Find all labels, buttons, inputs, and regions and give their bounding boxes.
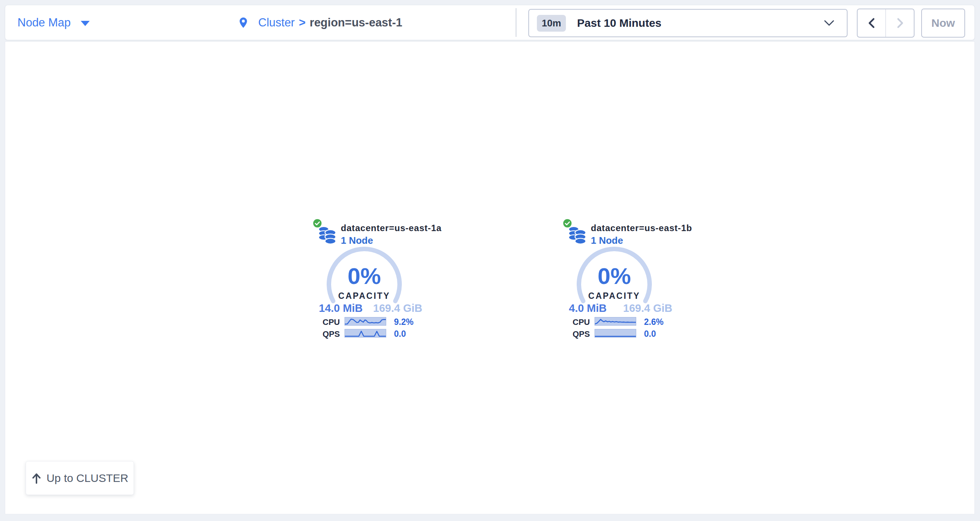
arrow-up-icon [31, 472, 42, 484]
metric-label: CPU [323, 317, 340, 327]
node-map-page: Node Map Cluster > region=us-east-1 10m … [0, 0, 980, 521]
location-pin-icon [237, 14, 249, 31]
metric-value: 2.6% [644, 317, 663, 327]
time-step-forward-button[interactable] [886, 9, 914, 37]
locality-card-us-east-1a[interactable]: datacenter=us-east-1a 1 Node 0% CAPACITY… [312, 218, 431, 344]
header-divider [515, 8, 516, 37]
chevron-down-icon [824, 20, 834, 26]
capacity-total: 169.4 GiB [623, 302, 672, 314]
locality-title: datacenter=us-east-1b [591, 223, 692, 233]
metric-row-qps: QPS 0.0 [312, 329, 431, 338]
capacity-percent: 0% [312, 263, 416, 289]
breadcrumb-cluster-link[interactable]: Cluster [258, 16, 295, 29]
metric-value: 0.0 [644, 329, 656, 339]
capacity-range: 14.0 MiB 169.4 GiB [319, 302, 422, 314]
up-to-cluster-button[interactable]: Up to CLUSTER [25, 461, 134, 495]
capacity-caption: CAPACITY [312, 291, 416, 301]
capacity-caption: CAPACITY [562, 291, 667, 301]
metric-label: QPS [323, 329, 340, 339]
database-stack-icon [318, 226, 337, 244]
time-range-dropdown[interactable]: 10m Past 10 Minutes [528, 9, 848, 37]
capacity-percent: 0% [562, 263, 667, 289]
map-canvas: datacenter=us-east-1a 1 Node 0% CAPACITY… [5, 41, 975, 514]
header-bar: Node Map Cluster > region=us-east-1 10m … [5, 5, 975, 40]
capacity-range: 4.0 MiB 169.4 GiB [569, 302, 672, 314]
cpu-sparkline [595, 317, 636, 326]
metric-row-cpu: CPU 9.2% [312, 317, 431, 326]
chevron-right-icon [896, 18, 904, 29]
cpu-sparkline [345, 317, 386, 326]
chevron-down-icon [81, 21, 90, 26]
metric-label: QPS [573, 329, 590, 339]
now-button[interactable]: Now [921, 8, 965, 38]
locality-card-us-east-1b[interactable]: datacenter=us-east-1b 1 Node 0% CAPACITY… [562, 218, 681, 344]
time-step-buttons [857, 8, 915, 38]
metric-row-cpu: CPU 2.6% [562, 317, 681, 326]
capacity-total: 169.4 GiB [373, 302, 422, 314]
locality-title: datacenter=us-east-1a [341, 223, 442, 233]
breadcrumb-separator: > [299, 16, 305, 29]
metric-value: 0.0 [394, 329, 406, 339]
time-range-badge: 10m [537, 15, 566, 32]
view-mode-label: Node Map [18, 16, 71, 29]
up-to-cluster-label: Up to CLUSTER [46, 472, 128, 484]
qps-sparkline [595, 329, 636, 338]
chevron-left-icon [867, 18, 876, 29]
breadcrumb: Cluster > region=us-east-1 [237, 5, 402, 40]
time-step-back-button[interactable] [858, 9, 886, 37]
metric-label: CPU [573, 317, 590, 327]
metric-value: 9.2% [394, 317, 414, 327]
database-stack-icon [568, 226, 587, 244]
capacity-used: 14.0 MiB [319, 302, 363, 314]
breadcrumb-current: region=us-east-1 [310, 16, 402, 29]
view-mode-dropdown[interactable]: Node Map [18, 5, 90, 40]
metric-row-qps: QPS 0.0 [562, 329, 681, 338]
qps-sparkline [345, 329, 386, 338]
capacity-used: 4.0 MiB [569, 302, 607, 314]
time-range-label: Past 10 Minutes [577, 17, 662, 29]
